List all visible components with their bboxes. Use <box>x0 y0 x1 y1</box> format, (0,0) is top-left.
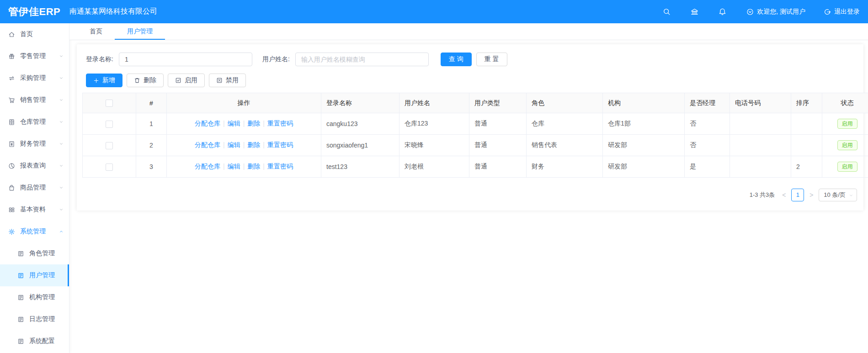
sidebar-item-role[interactable]: 角色管理 <box>0 242 69 264</box>
sidebar-item-finance[interactable]: 财务管理 <box>0 133 69 155</box>
sidebar-item-purchase[interactable]: 采购管理 <box>0 67 69 89</box>
sidebar-item-retail[interactable]: 零售管理 <box>0 45 69 67</box>
add-button-label: 新增 <box>102 76 115 84</box>
sidebar-item-label: 用户管理 <box>29 271 62 279</box>
row-checkbox[interactable] <box>106 142 113 149</box>
disable-button[interactable]: 禁用 <box>209 74 246 87</box>
sidebar-item-home[interactable]: 首页 <box>0 23 69 45</box>
action-link-assign-warehouse[interactable]: 分配仓库 <box>195 120 220 127</box>
action-separator: | <box>243 141 245 148</box>
bell-icon[interactable] <box>719 8 726 16</box>
action-link-edit[interactable]: 编辑 <box>228 120 240 127</box>
sidebar-item-basic[interactable]: 基本资料 <box>0 199 69 221</box>
search-icon[interactable] <box>663 8 671 16</box>
sidebar-item-system[interactable]: 系统管理 <box>0 221 69 242</box>
user-menu[interactable]: 欢迎您, 测试用户 <box>746 8 805 16</box>
cell-sort <box>791 135 822 156</box>
sidebar-item-label: 商品管理 <box>20 184 59 192</box>
row-checkbox[interactable] <box>106 121 113 128</box>
page-size-select[interactable]: 10 条/页 <box>819 189 857 201</box>
logout-button[interactable]: 退出登录 <box>824 8 860 16</box>
row-index: 2 <box>136 135 167 156</box>
sidebar-item-label: 日志管理 <box>29 315 64 323</box>
column-header: 电话号码 <box>730 93 791 113</box>
cell-name: 宋晓锋 <box>399 135 469 156</box>
cell-phone <box>730 135 791 156</box>
current-page[interactable]: 1 <box>791 189 804 201</box>
sidebar-item-org[interactable]: 机构管理 <box>0 286 69 308</box>
cell-org: 研发部 <box>603 135 685 156</box>
status-badge-enabled[interactable]: 启用 <box>837 140 857 150</box>
column-header-checkbox <box>83 93 136 113</box>
reset-button[interactable]: 重 置 <box>476 53 507 66</box>
table-body: 1分配仓库|编辑|删除|重置密码cangku123仓库123普通仓库仓库1部否启… <box>83 113 868 178</box>
row-index: 1 <box>136 113 167 135</box>
action-link-reset-password[interactable]: 重置密码 <box>267 141 293 148</box>
delete-button[interactable]: 删除 <box>127 74 164 87</box>
action-link-reset-password[interactable]: 重置密码 <box>267 163 293 170</box>
action-separator: | <box>223 163 225 170</box>
cell-manager: 否 <box>685 135 730 156</box>
row-checkbox[interactable] <box>106 163 113 171</box>
add-button[interactable]: 新增 <box>86 74 122 87</box>
sidebar-item-report[interactable]: 报表查询 <box>0 155 69 177</box>
circle-down-icon <box>746 8 754 16</box>
action-link-edit[interactable]: 编辑 <box>228 141 240 148</box>
cell-status: 启用 <box>822 156 868 178</box>
action-link-delete[interactable]: 删除 <box>247 163 260 170</box>
sidebar-item-log[interactable]: 日志管理 <box>0 308 69 330</box>
tab-user-mgmt[interactable]: 用户管理 <box>115 23 165 40</box>
row-index: 3 <box>136 156 167 178</box>
search-button[interactable]: 查 询 <box>441 53 472 66</box>
column-header: 操作 <box>167 93 321 113</box>
sidebar-item-user[interactable]: 用户管理 <box>0 264 69 286</box>
prev-page-button[interactable]: < <box>781 191 787 199</box>
status-badge-enabled[interactable]: 启用 <box>837 162 857 172</box>
action-separator: | <box>263 141 265 148</box>
warehouse-icon <box>8 118 16 126</box>
retail-icon <box>8 53 16 60</box>
doc-icon <box>17 272 25 279</box>
sidebar-item-warehouse[interactable]: 仓库管理 <box>0 111 69 133</box>
select-all-checkbox[interactable] <box>106 100 113 107</box>
sales-icon <box>8 96 16 104</box>
sidebar-menu: 首页零售管理采购管理销售管理仓库管理财务管理报表查询商品管理基本资料系统管理角色… <box>0 23 69 353</box>
doc-icon <box>17 250 25 257</box>
chevron-down-icon <box>59 142 64 146</box>
sidebar-item-goods[interactable]: 商品管理 <box>0 177 69 199</box>
column-header: 排序 <box>791 93 822 113</box>
action-link-assign-warehouse[interactable]: 分配仓库 <box>195 163 220 170</box>
cell-login: test123 <box>321 156 399 178</box>
sidebar-item-label: 基本资料 <box>20 205 59 214</box>
main-content: 首页用户管理 登录名称: 用户姓名: 查 询 重 置 新增 删除 启用 <box>69 23 868 353</box>
app-logo[interactable]: 管伊佳ERP <box>0 5 69 19</box>
welcome-text: 欢迎您, 测试用户 <box>757 8 805 16</box>
action-link-assign-warehouse[interactable]: 分配仓库 <box>195 141 220 148</box>
logout-label: 退出登录 <box>834 8 860 16</box>
action-link-reset-password[interactable]: 重置密码 <box>267 120 293 127</box>
filter-row: 登录名称: 用户姓名: 查 询 重 置 <box>86 53 858 66</box>
next-page-button[interactable]: > <box>808 191 815 199</box>
action-separator: | <box>263 120 265 127</box>
cell-manager: 否 <box>685 113 730 135</box>
action-link-delete[interactable]: 删除 <box>247 141 260 148</box>
sidebar-item-config[interactable]: 系统配置 <box>0 330 69 352</box>
action-link-delete[interactable]: 删除 <box>247 120 260 127</box>
bank-icon[interactable] <box>691 8 698 16</box>
sidebar-item-label: 销售管理 <box>20 96 59 104</box>
user-name-input[interactable] <box>295 53 429 66</box>
cell-role: 销售代表 <box>527 135 603 156</box>
enable-button[interactable]: 启用 <box>168 74 205 87</box>
sidebar-item-label: 机构管理 <box>29 293 64 301</box>
table-row: 1分配仓库|编辑|删除|重置密码cangku123仓库123普通仓库仓库1部否启… <box>83 113 868 135</box>
status-badge-enabled[interactable]: 启用 <box>837 119 857 129</box>
action-link-edit[interactable]: 编辑 <box>228 163 240 170</box>
tab-home[interactable]: 首页 <box>77 23 115 40</box>
chevron-down-icon <box>59 76 64 80</box>
cell-login: cangku123 <box>321 113 399 135</box>
chevron-down-icon <box>59 98 64 102</box>
login-name-input[interactable] <box>119 53 252 66</box>
sidebar-item-sales[interactable]: 销售管理 <box>0 89 69 111</box>
cell-org: 仓库1部 <box>603 113 685 135</box>
goods-icon <box>8 184 16 191</box>
